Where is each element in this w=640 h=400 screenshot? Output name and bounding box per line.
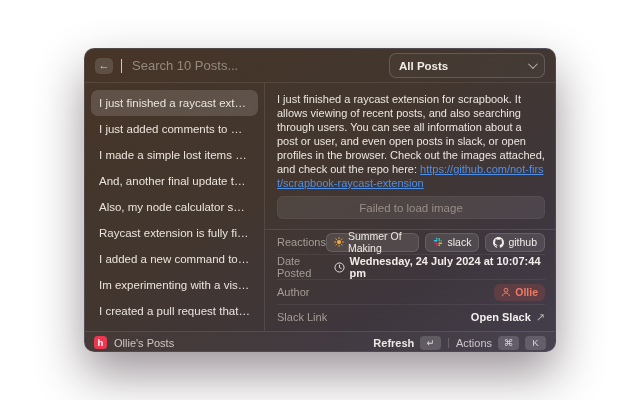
detail-pane: I just finished a raycast extension for … [265,83,555,331]
actions-button[interactable]: Actions [456,337,492,349]
chevron-down-icon [528,59,538,69]
author-row: Author Ollie [277,280,545,305]
enter-key-badge: ↵ [420,336,441,350]
github-icon [493,237,504,248]
k-key-badge: K [525,336,546,350]
list-item[interactable]: I made a simple lost items managem... [91,142,258,168]
main-area: I just finished a raycast extension for.… [85,83,555,331]
reaction-label: github [508,236,537,248]
clock-icon [334,262,345,273]
list-item[interactable]: And, another final update to the exte... [91,168,258,194]
refresh-button[interactable]: Refresh [373,337,414,349]
date-posted-value: Wednesday, 24 July 2024 at 10:07:44 pm [350,255,545,279]
footer-bar: h Ollie's Posts Refresh ↵ | Actions ⌘ K [85,331,555,352]
open-slack-text: Open Slack [471,311,531,323]
image-placeholder: Failed to load image [277,196,545,219]
search-input[interactable] [130,57,381,74]
list-item[interactable]: I added a new command to @Dhyan... [91,246,258,272]
hackclub-app-icon: h [94,336,107,349]
author-label: Author [277,286,309,298]
reaction-tag-slack[interactable]: slack [425,233,479,252]
slack-icon [433,237,443,247]
filter-dropdown-label: All Posts [399,60,448,72]
metadata-section: Reactions [277,230,545,329]
post-list: I just finished a raycast extension for.… [85,83,265,331]
reaction-tag-github[interactable]: github [485,233,545,252]
date-posted-row: Date Posted Wednesday, 24 July 2024 at 1… [277,255,545,280]
reaction-label: slack [447,236,471,248]
date-posted-value-wrap: Wednesday, 24 July 2024 at 10:07:44 pm [334,255,545,279]
author-name: Ollie [515,286,538,298]
footer-actions: Refresh ↵ | Actions ⌘ K [373,336,546,350]
list-item[interactable]: Also, my node calculator supports a... [91,194,258,220]
footer-app-name: Ollie's Posts [114,337,174,349]
raycast-window: ← All Posts I just finished a raycast ex… [84,48,556,352]
list-item[interactable]: I just finished a raycast extension for.… [91,90,258,116]
reactions-label: Reactions [277,236,326,248]
person-icon [501,287,511,297]
reaction-tags: Summer Of Making slack [326,233,545,252]
reaction-label: Summer Of Making [348,230,412,254]
footer-divider: | [447,337,450,348]
top-bar: ← All Posts [85,49,555,83]
slack-link-label: Slack Link [277,311,327,323]
cmd-key-badge: ⌘ [498,336,519,350]
open-slack-link[interactable]: Open Slack ↗ [471,311,545,324]
post-body: I just finished a raycast extension for … [277,92,545,190]
filter-dropdown[interactable]: All Posts [389,53,545,78]
sun-icon [334,237,344,247]
reactions-row: Reactions [277,230,545,255]
back-arrow-icon: ← [99,60,110,71]
list-item[interactable]: Raycast extension is fully finished! I j… [91,220,258,246]
reaction-tag-summer-of-making[interactable]: Summer Of Making [326,233,420,252]
author-tag[interactable]: Ollie [494,284,545,301]
text-cursor [121,59,122,73]
external-link-arrow-icon: ↗ [536,311,545,324]
date-posted-label: Date Posted [277,255,334,279]
list-item[interactable]: I created a pull request that upgrade... [91,298,258,324]
list-item[interactable]: Im experimenting with a visual calcul... [91,272,258,298]
list-item[interactable]: I just added comments to my lost ite... [91,116,258,142]
back-button[interactable]: ← [95,58,113,74]
image-placeholder-text: Failed to load image [359,202,463,214]
slack-link-row: Slack Link Open Slack ↗ [277,305,545,329]
